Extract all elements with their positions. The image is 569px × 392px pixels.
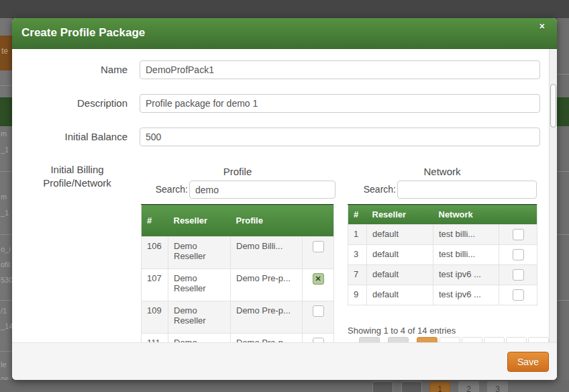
table-row: 3 default test billi... — [348, 245, 537, 265]
cell-id: 106 — [142, 237, 168, 269]
cell-reseller: Demo Reseller — [168, 334, 231, 343]
bg-text-fragment: _14 — [1, 322, 12, 330]
pagination-button[interactable] — [359, 337, 380, 342]
pagination-button[interactable] — [388, 337, 409, 342]
cell-id: 7 — [348, 265, 367, 285]
bg-text-fragment: _1 — [1, 146, 9, 154]
bg-row-separator — [0, 85, 12, 86]
cell-id: 3 — [348, 245, 367, 265]
network-col-reseller: Reseller — [367, 205, 433, 225]
cell-id: 9 — [348, 285, 367, 305]
bg-text-fragment: /1 — [1, 307, 7, 315]
profile-row-checkbox[interactable] — [313, 338, 324, 342]
dialog-scrollbar[interactable] — [549, 49, 557, 342]
cell-reseller: Demo Reseller — [168, 269, 231, 301]
initial-balance-input[interactable] — [140, 128, 540, 146]
cell-id: 111 — [142, 334, 168, 343]
name-input[interactable] — [140, 60, 540, 79]
bg-row-separator — [0, 171, 12, 172]
bg-pagination-prev — [372, 381, 393, 392]
network-row-checkbox[interactable] — [513, 269, 524, 281]
bg-text-fragment: _1 — [1, 209, 9, 217]
description-input[interactable] — [140, 94, 540, 113]
cell-reseller: Demo Reseller — [168, 237, 231, 269]
table-row: 107 Demo Reseller Demo Pre-p... ✕ — [142, 269, 334, 301]
profile-col-id: # — [142, 205, 168, 237]
dialog-body: Name Description Initial Balance Initial… — [12, 49, 557, 342]
table-row: 111 Demo Reseller Demo Pre-p... — [142, 334, 334, 343]
table-row: 106 Demo Reseller Demo Billi... — [142, 237, 334, 269]
network-pagination — [359, 337, 554, 342]
background-table-header-band — [557, 97, 569, 126]
profile-panel-heading: Profile — [140, 166, 335, 177]
background-top-bar — [0, 0, 569, 18]
profile-row-checkbox[interactable] — [313, 241, 324, 252]
bg-text-fragment: 530 — [1, 276, 12, 284]
bg-pagination-prev — [401, 381, 422, 392]
cell-id: 109 — [142, 301, 168, 334]
table-row: 1 default test billi... — [348, 225, 537, 245]
name-label: Name — [12, 60, 127, 79]
description-label: Description — [12, 94, 127, 113]
network-search-label: Search: — [348, 181, 396, 199]
network-row-checkbox[interactable] — [513, 289, 524, 301]
network-col-id: # — [348, 205, 367, 225]
pagination-button[interactable] — [484, 337, 505, 342]
pagination-button[interactable] — [528, 337, 549, 342]
dialog-title: Create Profile Package — [21, 26, 145, 40]
network-table: # Reseller Network 1 default test billi.… — [348, 204, 537, 305]
pagination-button[interactable] — [439, 337, 460, 342]
cell-reseller: default — [367, 265, 433, 285]
cell-profile: Demo Pre-p... — [231, 269, 303, 301]
bg-row-separator — [557, 234, 569, 235]
bg-pagination-page: 3 — [487, 381, 508, 392]
background-bottom-strip: 1 2 3 — [0, 380, 569, 392]
bg-pagination-page: 1 — [429, 381, 450, 392]
bg-row-separator — [0, 234, 12, 235]
profile-col-profile: Profile — [231, 205, 303, 237]
background-table-header-band — [0, 97, 12, 126]
cell-profile: Demo Pre-p... — [231, 334, 303, 343]
cell-network: test ipv6 ... — [433, 285, 499, 305]
create-profile-package-dialog: Create Profile Package × Name Descriptio… — [12, 18, 557, 380]
bg-row-separator — [557, 171, 569, 172]
close-icon[interactable]: × — [539, 21, 545, 32]
profile-row-checkbox[interactable] — [313, 305, 324, 317]
scrollbar-thumb[interactable] — [550, 84, 556, 128]
bg-text-fragment: m — [1, 193, 7, 201]
cell-reseller: default — [367, 285, 433, 305]
pagination-button-active[interactable] — [417, 337, 437, 342]
background-right-strip — [557, 18, 569, 392]
bg-text-fragment: m — [1, 130, 7, 138]
cell-profile: Demo Billi... — [231, 237, 303, 269]
bg-row-separator — [557, 74, 569, 75]
network-col-network: Network — [433, 205, 499, 225]
profile-search-input[interactable] — [189, 181, 335, 199]
profile-col-select — [303, 205, 334, 237]
profile-search-label: Search: — [140, 181, 188, 199]
initial-balance-label: Initial Balance — [12, 128, 127, 146]
network-col-select — [499, 205, 537, 225]
pagination-button[interactable] — [462, 337, 482, 342]
profile-row-checkbox[interactable]: ✕ — [313, 273, 324, 285]
cell-id: 1 — [348, 225, 367, 245]
save-button[interactable]: Save — [507, 352, 549, 372]
cell-id: 107 — [142, 269, 168, 301]
background-create-button-fragment: te — [0, 36, 12, 70]
network-search-input[interactable] — [397, 181, 537, 199]
cell-reseller: default — [367, 245, 433, 265]
network-entries-status: Showing 1 to 4 of 14 entries — [348, 326, 456, 336]
profile-table-header-row: # Reseller Profile — [142, 205, 334, 237]
initial-billing-profile-network-label: Initial Billing Profile/Network — [27, 163, 127, 190]
profile-table: # Reseller Profile 106 Demo Reseller Dem… — [141, 204, 334, 342]
bg-text-fragment: ofil — [1, 260, 10, 268]
dialog-header: Create Profile Package × — [12, 18, 557, 49]
bg-text-fragment: o_i — [1, 245, 11, 253]
bg-text-fragment: le — [1, 360, 7, 369]
network-row-checkbox[interactable] — [513, 249, 524, 260]
bg-row-separator — [0, 300, 12, 301]
network-row-checkbox[interactable] — [513, 229, 524, 240]
pagination-button[interactable] — [506, 337, 527, 342]
table-row: 7 default test ipv6 ... — [348, 265, 537, 285]
table-row: 9 default test ipv6 ... — [348, 285, 537, 305]
